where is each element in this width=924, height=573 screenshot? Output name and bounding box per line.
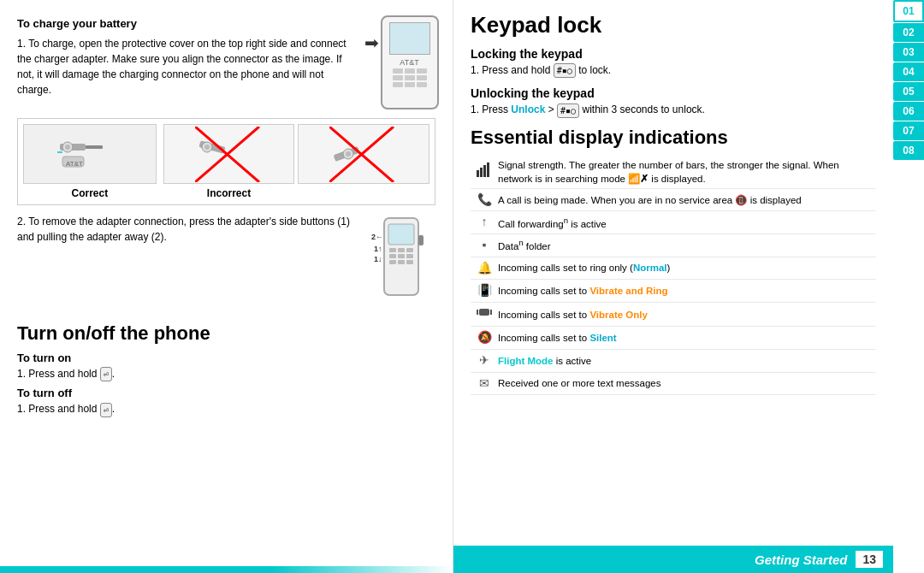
svg-point-9 [204, 145, 210, 150]
phone-key [417, 68, 427, 74]
call-icon: 📞 [471, 192, 498, 209]
flight-label: Flight Mode [498, 356, 554, 366]
connector-arrow-icon: ➡ [364, 32, 379, 53]
locking-key: #▪○ [554, 63, 576, 78]
svg-rect-24 [406, 254, 413, 258]
incorrect-label: Incorrect [163, 187, 295, 199]
signal-icon [471, 162, 498, 182]
nav-item-05[interactable]: 05 [893, 82, 924, 101]
keypad-heading: Keypad lock [471, 12, 910, 38]
flight-desc: Flight Mode is active [498, 354, 876, 368]
svg-rect-36 [479, 309, 489, 316]
vibrate-only-desc: Incoming calls set to Vibrate Only [498, 308, 876, 322]
svg-rect-27 [406, 260, 413, 264]
unlocking-text: 1. Press Unlock > #▪○ within 3 seconds t… [471, 102, 910, 117]
side-nav: 01 02 03 04 05 06 07 08 [893, 0, 924, 161]
turn-off-prefix: 1. Press and hold [17, 403, 97, 415]
phone-key [393, 82, 403, 87]
locking-title: Locking the keypad [471, 47, 910, 61]
silent-icon: 🔕 [471, 329, 498, 346]
svg-rect-35 [487, 162, 489, 177]
no-service-icon: 📵 [735, 195, 747, 205]
correct-image: AT&T [23, 124, 157, 184]
ring-icon: 🔔 [471, 260, 498, 277]
turn-on-section: To turn on 1. Press and hold ⏎. [17, 351, 435, 381]
nav-item-04[interactable]: 04 [893, 62, 924, 81]
call-desc: A call is being made. When you are in no… [498, 193, 876, 207]
correct-incorrect-section: AT&T Correct Incorrect [17, 118, 435, 205]
svg-rect-34 [483, 165, 486, 177]
page-number: 13 [856, 551, 883, 568]
nav-item-07[interactable]: 07 [893, 121, 924, 140]
battery-title: To charge your battery [17, 15, 358, 32]
svg-rect-38 [490, 310, 492, 315]
bottom-decoration [0, 566, 453, 573]
ess-row-forward: ↑ Call forwardingn is active [471, 211, 876, 234]
svg-text:2←: 2← [371, 233, 383, 241]
phone-key [405, 75, 415, 80]
nav-item-06[interactable]: 06 [893, 102, 924, 121]
svg-point-3 [65, 145, 70, 150]
turn-heading: Turn on/off the phone [17, 322, 435, 345]
nav-item-02[interactable]: 02 [893, 23, 924, 42]
svg-rect-23 [398, 254, 405, 258]
unlock-link[interactable]: Unlock [511, 103, 545, 115]
nav-item-08[interactable]: 08 [893, 141, 924, 160]
unlocking-suffix: within 3 seconds to unlock. [582, 103, 704, 115]
svg-rect-18 [388, 224, 414, 245]
ess-row-vibrate-ring: 📳 Incoming calls set to Vibrate and Ring [471, 280, 876, 303]
svg-rect-20 [398, 248, 405, 252]
vibrate-only-icon [471, 305, 498, 324]
silent-desc: Incoming calls set to Silent [498, 331, 876, 345]
forward-desc: Call forwardingn is active [498, 215, 876, 231]
ess-row-silent: 🔕 Incoming calls set to Silent [471, 327, 876, 350]
svg-rect-1 [86, 145, 103, 149]
incorrect-connector-1-svg [195, 127, 264, 182]
data-icon: ▪ [471, 237, 498, 254]
phone-illustration: AT&T [381, 15, 439, 109]
phone-screen [389, 22, 430, 55]
nav-item-01[interactable]: 01 [893, 0, 924, 22]
svg-text:1↓: 1↓ [374, 255, 382, 263]
vibrate-ring-icon: 📳 [471, 282, 498, 299]
signal-desc: Signal strength. The greater the number … [498, 158, 876, 186]
step2-phone: 2← 1↑ 1↓ [371, 214, 435, 310]
unlocking-key: #▪○ [557, 103, 579, 118]
turn-off-title: To turn off [17, 387, 435, 399]
svg-rect-21 [406, 248, 413, 252]
battery-section: To charge your battery 1. To charge, ope… [17, 15, 435, 109]
unlocking-prefix: 1. Press [471, 103, 508, 115]
normal-label: Normal [633, 263, 667, 273]
svg-rect-37 [477, 310, 478, 315]
battery-text: To charge your battery 1. To charge, ope… [17, 15, 358, 109]
correct-item: AT&T Correct [23, 124, 157, 199]
phone-key [393, 68, 403, 74]
nav-item-03[interactable]: 03 [893, 43, 924, 62]
flight-icon: ✈ [471, 352, 498, 369]
ess-row-ring: 🔔 Incoming calls set to ring only (Norma… [471, 257, 876, 281]
svg-text:1↑: 1↑ [374, 245, 382, 253]
incorrect-connector-2-svg [329, 127, 398, 182]
turn-on-title: To turn on [17, 351, 435, 364]
phone-key [417, 82, 427, 87]
turn-off-text: 1. Press and hold ⏎. [17, 401, 435, 416]
bottom-bar: Getting Started 13 [453, 546, 893, 573]
step2-text: 2. To remove the adapter connection, pre… [17, 214, 363, 310]
correct-connector-svg: AT&T [56, 127, 124, 182]
turn-on-prefix: 1. Press and hold [17, 368, 97, 380]
step2-phone-svg: 2← 1↑ 1↓ [371, 214, 431, 308]
essential-table: Signal strength. The greater the number … [471, 156, 910, 396]
vibrate-ring-label: Vibrate and Ring [589, 286, 667, 296]
svg-rect-19 [389, 248, 396, 252]
locking-text: 1. Press and hold #▪○ to lock. [471, 62, 910, 78]
svg-point-14 [346, 151, 351, 157]
ess-row-call: 📞 A call is being made. When you are in … [471, 189, 876, 212]
ess-row-data: ▪ Datan folder [471, 234, 876, 257]
incorrect-image-1 [163, 124, 295, 184]
vibrate-only-label: Vibrate Only [589, 310, 648, 320]
svg-rect-33 [480, 168, 483, 177]
step2-description: 2. To remove the adapter connection, pre… [17, 214, 363, 245]
svg-rect-26 [398, 260, 405, 264]
vibrate-ring-desc: Incoming calls set to Vibrate and Ring [498, 284, 876, 298]
svg-rect-22 [389, 254, 396, 258]
